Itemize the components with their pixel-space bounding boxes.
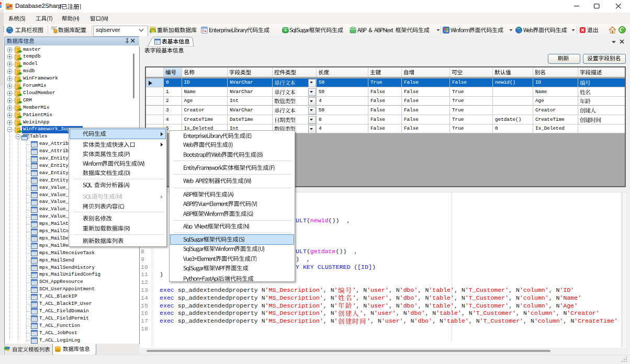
svg-text:$: $ (285, 28, 287, 32)
